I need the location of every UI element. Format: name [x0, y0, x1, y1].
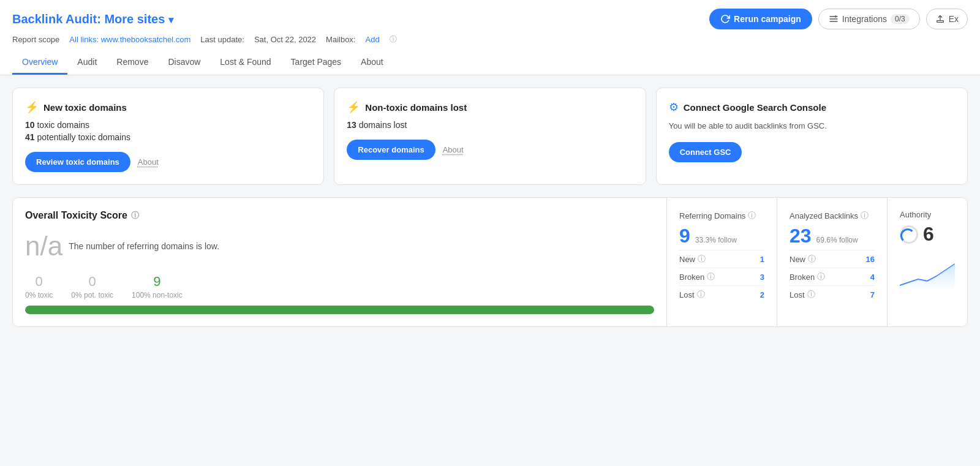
- toxicity-panel: Overall Toxicity Score ⓘ n/a The number …: [13, 198, 667, 326]
- backlinks-lost-val[interactable]: 7: [870, 290, 875, 299]
- refresh-icon: [720, 14, 730, 24]
- score-stat-nontoxic: 9 100% non-toxic: [132, 274, 183, 299]
- tab-about[interactable]: About: [351, 51, 393, 75]
- backlinks-broken-row: Broken ⓘ 4: [790, 268, 875, 285]
- referring-lost-row: Lost ⓘ 2: [679, 285, 764, 303]
- analyzed-backlinks-num: 23: [790, 225, 812, 247]
- referring-lost-info-icon[interactable]: ⓘ: [697, 289, 705, 300]
- na-description: The number of referring domains is low.: [69, 241, 219, 251]
- referring-new-row: New ⓘ 1: [679, 250, 764, 268]
- all-links-link[interactable]: All links: www.thebooksatchel.com: [69, 35, 190, 44]
- score-stat-toxic: 0 0% toxic: [25, 274, 53, 299]
- integrations-button[interactable]: Integrations 0/3: [818, 9, 920, 29]
- toxicity-progress-bar: [25, 306, 654, 314]
- rerun-campaign-button[interactable]: Rerun campaign: [709, 9, 812, 29]
- review-toxic-domains-button[interactable]: Review toxic domains: [25, 152, 130, 172]
- backlinks-lost-info-icon[interactable]: ⓘ: [807, 289, 815, 300]
- tab-remove[interactable]: Remove: [107, 51, 158, 75]
- recover-domains-button[interactable]: Recover domains: [347, 140, 435, 160]
- tab-lost-found[interactable]: Lost & Found: [210, 51, 281, 75]
- referring-new-val[interactable]: 1: [760, 255, 764, 264]
- gear-icon-gsc: ⚙: [669, 100, 679, 114]
- card-toxic: ⚡ New toxic domains 10 toxic domains 41 …: [12, 88, 324, 185]
- backlinks-lost-row: Lost ⓘ 7: [790, 285, 875, 303]
- referring-domains-title: Referring Domains: [679, 211, 745, 220]
- bolt-icon-nontoxic: ⚡: [347, 100, 360, 114]
- toxic-stat1: 10 toxic domains: [25, 120, 311, 130]
- score-label-pot-toxic: 0% pot. toxic: [71, 291, 113, 299]
- toxicity-info-icon[interactable]: ⓘ: [131, 210, 139, 221]
- authority-circle-icon: [900, 225, 918, 244]
- mailbox-add-link[interactable]: Add: [366, 35, 380, 44]
- referring-broken-row: Broken ⓘ 3: [679, 268, 764, 285]
- referring-domains-info-icon[interactable]: ⓘ: [748, 210, 756, 221]
- export-icon: [935, 14, 945, 24]
- referring-domains-sub: 33.3% follow: [695, 236, 737, 244]
- about-nontoxic-button[interactable]: About: [443, 145, 464, 154]
- title-dynamic[interactable]: More sites: [104, 12, 165, 26]
- analyzed-backlinks-sub: 69.6% follow: [816, 236, 858, 244]
- toxic-stat2: 41 potentially toxic domains: [25, 132, 311, 142]
- card-toxic-title: New toxic domains: [43, 102, 127, 113]
- backlinks-new-val[interactable]: 16: [866, 255, 875, 264]
- tab-target-pages[interactable]: Target Pages: [281, 51, 352, 75]
- card-nontoxic-title: Non-toxic domains lost: [365, 102, 467, 113]
- na-value: n/a: [25, 231, 62, 261]
- connect-gsc-button[interactable]: Connect GSC: [669, 142, 742, 162]
- backlinks-broken-label: Broken: [790, 272, 815, 282]
- card-gsc-title: Connect Google Search Console: [684, 102, 826, 113]
- backlinks-broken-info-icon[interactable]: ⓘ: [817, 271, 825, 282]
- authority-panel: Authority 6: [888, 198, 967, 326]
- referring-broken-label: Broken: [679, 272, 704, 282]
- score-val-pot-toxic: 0: [71, 274, 113, 290]
- bolt-icon-toxic: ⚡: [25, 100, 39, 114]
- mailbox-label: Mailbox:: [326, 35, 355, 44]
- referring-broken-val[interactable]: 3: [760, 272, 764, 282]
- referring-domains-panel: Referring Domains ⓘ 9 33.3% follow New ⓘ…: [667, 198, 777, 326]
- analyzed-backlinks-panel: Analyzed Backlinks ⓘ 23 69.6% follow New…: [777, 198, 888, 326]
- main-nav: Overview Audit Remove Disavow Lost & Fou…: [12, 51, 968, 75]
- last-update-value: Sat, Oct 22, 2022: [254, 35, 316, 44]
- export-button[interactable]: Ex: [926, 9, 968, 29]
- integrations-icon: [829, 14, 839, 24]
- referring-lost-val[interactable]: 2: [760, 290, 764, 299]
- analyzed-backlinks-title: Analyzed Backlinks: [790, 211, 858, 220]
- tab-disavow[interactable]: Disavow: [158, 51, 210, 75]
- last-update-label: Last update:: [200, 35, 244, 44]
- score-label-toxic: 0% toxic: [25, 291, 53, 299]
- tab-overview[interactable]: Overview: [12, 51, 67, 75]
- score-val-nontoxic: 9: [132, 274, 183, 290]
- backlinks-new-row: New ⓘ 16: [790, 250, 875, 268]
- referring-new-info-icon[interactable]: ⓘ: [698, 254, 706, 265]
- nontoxic-stat1: 13 domains lost: [347, 120, 633, 130]
- tab-audit[interactable]: Audit: [67, 51, 107, 75]
- backlinks-lost-label: Lost: [790, 290, 805, 299]
- authority-value: 6: [923, 223, 934, 246]
- authority-chart: [900, 252, 955, 288]
- toxicity-title-text: Overall Toxicity Score: [25, 210, 127, 221]
- authority-title: Authority: [900, 210, 931, 219]
- card-gsc-description: You will be able to audit backlinks from…: [669, 120, 955, 132]
- backlinks-broken-val[interactable]: 4: [870, 272, 875, 282]
- title-static: Backlink Audit:: [12, 12, 101, 26]
- referring-lost-label: Lost: [679, 290, 695, 299]
- score-val-toxic: 0: [25, 274, 53, 290]
- referring-domains-num: 9: [679, 225, 690, 247]
- score-label-nontoxic: 100% non-toxic: [132, 291, 183, 299]
- analyzed-backlinks-info-icon[interactable]: ⓘ: [861, 210, 869, 221]
- card-nontoxic: ⚡ Non-toxic domains lost 13 domains lost…: [334, 88, 646, 185]
- about-toxic-button[interactable]: About: [138, 157, 159, 167]
- integrations-badge: 0/3: [891, 14, 910, 24]
- chevron-icon[interactable]: ▾: [168, 15, 173, 25]
- svg-rect-5: [937, 21, 943, 23]
- backlinks-new-info-icon[interactable]: ⓘ: [808, 254, 816, 265]
- toxicity-progress-fill: [25, 306, 654, 314]
- backlinks-new-label: New: [790, 255, 805, 264]
- referring-new-label: New: [679, 255, 695, 264]
- page-title: Backlink Audit: More sites ▾: [12, 12, 173, 26]
- mailbox-info-icon[interactable]: ⓘ: [390, 34, 397, 45]
- card-gsc: ⚙ Connect Google Search Console You will…: [656, 88, 968, 185]
- report-scope-label: Report scope: [12, 35, 59, 44]
- referring-broken-info-icon[interactable]: ⓘ: [707, 271, 715, 282]
- score-stat-pot-toxic: 0 0% pot. toxic: [71, 274, 113, 299]
